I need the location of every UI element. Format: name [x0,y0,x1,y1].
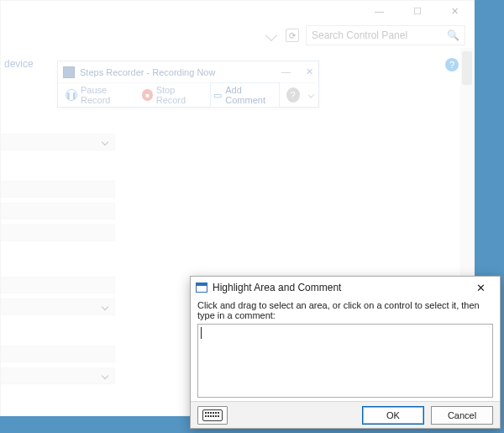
add-comment-button[interactable]: ▭ Add Comment [210,82,279,108]
breadcrumb-fragment: device [4,58,34,70]
steps-recorder-toolbar: ❚❚ Pause Record ■ Stop Record ▭ Add Comm… [58,83,318,107]
cancel-label: Cancel [448,410,476,420]
maximize-button[interactable]: ☐ [398,1,436,21]
search-input[interactable]: Search Control Panel 🔍 [306,25,465,45]
comment-icon: ▭ [213,90,222,101]
pause-icon: ❚❚ [66,89,77,101]
add-comment-label: Add Comment [225,85,276,105]
stop-icon: ■ [142,89,152,101]
refresh-button[interactable]: ⟳ [286,29,299,42]
minimize-button[interactable]: — [360,1,398,21]
steps-recorder-titlebar[interactable]: Steps Recorder - Recording Now — ✕ [58,61,318,83]
list-item[interactable] [1,346,115,362]
app-icon [63,66,75,78]
dialog-button-row: OK Cancel [191,401,500,428]
list-item[interactable] [1,134,115,150]
minimize-button[interactable]: — [281,66,291,77]
onscreen-keyboard-button[interactable] [197,406,228,425]
list-item[interactable] [1,181,115,198]
search-icon: 🔍 [447,29,459,41]
scrollbar-thumb[interactable] [462,51,472,85]
app-icon [196,283,207,293]
pause-record-button[interactable]: ❚❚ Pause Record [63,83,133,107]
ok-button[interactable]: OK [362,406,424,425]
dialog-titlebar[interactable]: Highlight Area and Comment ✕ [191,277,500,298]
control-panel-addressbar: ⟳ Search Control Panel 🔍 [1,21,474,50]
chevron-down-icon [102,139,108,145]
chevron-down-icon[interactable] [265,29,277,41]
chevron-down-icon[interactable] [307,92,314,98]
keyboard-icon [202,409,223,421]
list-item[interactable] [1,298,115,315]
close-button[interactable]: ✕ [306,66,313,77]
text-caret [201,327,202,339]
dialog-title: Highlight Area and Comment [213,282,341,293]
chevron-down-icon [102,372,108,379]
stop-record-label: Stop Record [156,85,202,105]
comment-textarea[interactable] [197,324,493,398]
dialog-instruction: Click and drag to select an area, or cli… [191,298,500,322]
list-item[interactable] [1,367,115,384]
close-button[interactable]: ✕ [465,278,496,297]
help-icon[interactable]: ? [445,58,459,71]
list-item[interactable] [1,203,115,219]
chevron-down-icon [102,304,108,310]
list-item[interactable] [1,277,115,293]
search-placeholder: Search Control Panel [312,29,407,41]
stop-record-button[interactable]: ■ Stop Record [139,83,203,107]
ok-label: OK [386,410,400,420]
help-button[interactable]: ? [286,87,300,103]
close-button[interactable]: ✕ [436,1,474,21]
list-item[interactable] [1,224,115,241]
pause-record-label: Pause Record [81,85,130,105]
steps-recorder-window: Steps Recorder - Recording Now — ✕ ❚❚ Pa… [57,61,319,108]
highlight-comment-dialog: Highlight Area and Comment ✕ Click and d… [190,276,501,429]
steps-recorder-title: Steps Recorder - Recording Now [80,67,215,77]
cancel-button[interactable]: Cancel [431,406,493,425]
control-panel-titlebar: — ☐ ✕ [1,1,474,21]
